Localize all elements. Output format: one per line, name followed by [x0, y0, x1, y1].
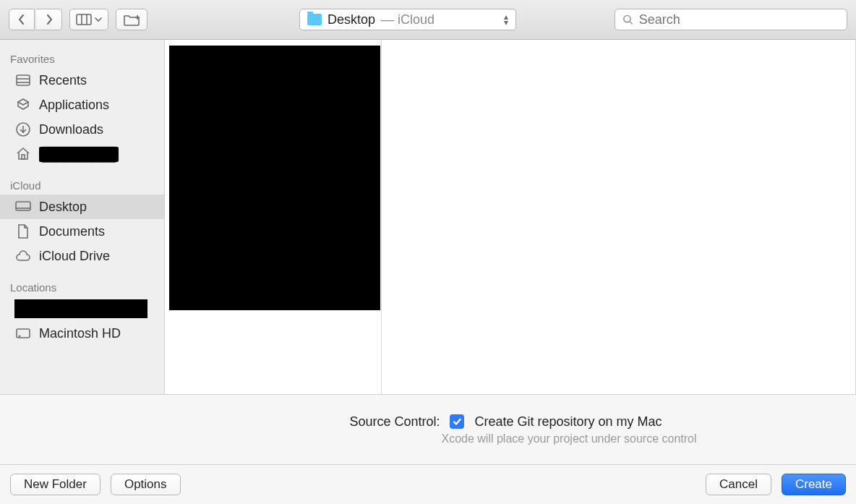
house-icon: [14, 146, 32, 162]
svg-point-5: [624, 15, 630, 22]
search-field[interactable]: [615, 9, 847, 30]
sidebar-item-documents[interactable]: Documents: [0, 219, 164, 244]
svg-rect-12: [16, 202, 30, 210]
toolbar: Desktop — iCloud ▴▾: [0, 0, 856, 40]
downloads-icon: [14, 121, 32, 137]
sidebar-item-recents[interactable]: Recents: [0, 68, 164, 93]
columns-icon: [76, 14, 92, 25]
options-button[interactable]: Options: [111, 474, 181, 495]
sidebar-item-label: Recents: [39, 73, 87, 88]
updown-icon: ▴▾: [504, 14, 508, 25]
options-panel: Source Control: Create Git repository on…: [0, 394, 856, 464]
svg-rect-7: [17, 75, 30, 85]
sidebar-item-label: Desktop: [39, 200, 87, 215]
view-mode-button[interactable]: [69, 9, 108, 30]
hdd-icon: [14, 325, 32, 341]
browser-column-2[interactable]: [382, 40, 856, 394]
folder-icon: [307, 14, 322, 25]
chevron-down-icon: [95, 17, 102, 22]
git-checkbox-label[interactable]: Create Git repository on my Mac: [474, 414, 662, 430]
sidebar: Favorites Recents Applications Downloads…: [0, 40, 165, 394]
git-checkbox[interactable]: [450, 414, 464, 429]
footer: New Folder Options Cancel Create: [0, 464, 856, 504]
sidebar-item-label: Downloads: [39, 122, 103, 137]
source-control-label: Source Control:: [194, 414, 440, 430]
sidebar-item-macintosh-hd[interactable]: Macintosh HD: [0, 321, 164, 346]
document-icon: [14, 223, 32, 239]
forward-button[interactable]: [36, 9, 62, 30]
sidebar-item-label-redacted: ████████: [39, 147, 119, 162]
sidebar-item-label: Documents: [39, 224, 105, 239]
sidebar-item-desktop[interactable]: Desktop: [0, 195, 164, 219]
chevron-right-icon: [45, 14, 54, 25]
cloud-icon: [14, 248, 32, 264]
path-name: Desktop: [328, 12, 375, 27]
sidebar-item-label: Macintosh HD: [39, 326, 121, 341]
sidebar-section-icloud-title: iCloud: [0, 175, 164, 195]
body: Favorites Recents Applications Downloads…: [0, 40, 856, 394]
sidebar-item-icloud-drive[interactable]: iCloud Drive: [0, 244, 164, 268]
svg-point-15: [19, 336, 20, 336]
svg-rect-11: [22, 155, 25, 159]
sidebar-item-downloads[interactable]: Downloads: [0, 117, 164, 142]
sidebar-item-home[interactable]: ████████: [0, 142, 164, 166]
folder-plus-icon: [123, 13, 140, 26]
create-button[interactable]: Create: [782, 474, 846, 495]
sidebar-item-label: Applications: [39, 98, 109, 113]
recents-icon: [14, 72, 32, 88]
search-icon: [622, 14, 633, 25]
file-browser: [165, 40, 856, 394]
sidebar-item-applications[interactable]: Applications: [0, 93, 164, 117]
sidebar-item-label: iCloud Drive: [39, 249, 110, 264]
svg-line-6: [630, 22, 633, 25]
check-icon: [452, 417, 462, 427]
git-subtext: Xcode will place your project under sour…: [441, 432, 696, 445]
redacted-content: [169, 46, 380, 310]
chevron-left-icon: [17, 14, 26, 25]
applications-icon: [14, 97, 32, 113]
desktop-icon: [14, 199, 32, 215]
browser-column-1[interactable]: [165, 40, 382, 394]
nav-buttons: [9, 9, 62, 30]
sidebar-section-favorites-title: Favorites: [0, 48, 164, 68]
svg-rect-0: [77, 14, 91, 25]
new-folder-button[interactable]: New Folder: [10, 474, 100, 495]
search-input[interactable]: [639, 12, 839, 27]
back-button[interactable]: [9, 9, 35, 30]
path-dropdown[interactable]: Desktop — iCloud ▴▾: [299, 9, 516, 30]
sidebar-section-locations-title: Locations: [0, 277, 164, 296]
sidebar-item-redacted[interactable]: [14, 299, 147, 318]
cancel-button[interactable]: Cancel: [706, 474, 771, 495]
new-folder-toolbar-button[interactable]: [116, 9, 147, 30]
path-location: — iCloud: [381, 12, 435, 27]
